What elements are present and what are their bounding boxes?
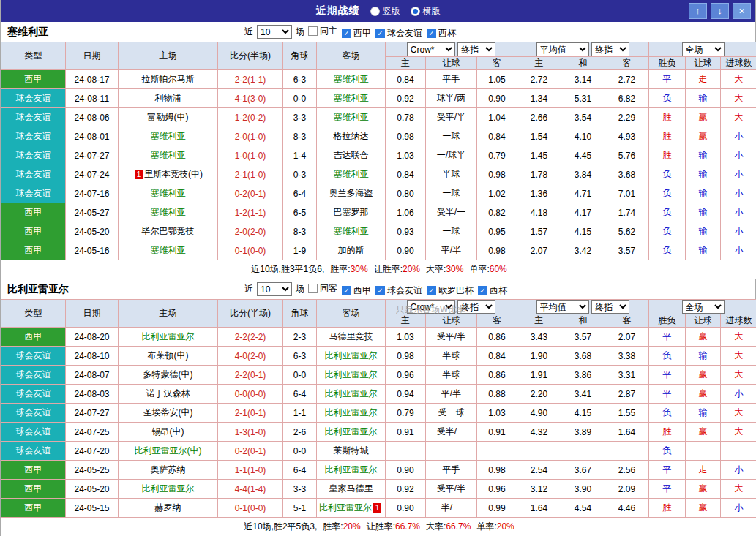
away-team-cell: 格拉纳达	[317, 127, 386, 146]
asian-final-select[interactable]: 终指	[457, 42, 495, 56]
euro-away-odds-cell: 6.82	[605, 89, 649, 108]
col-euro-draw: 和	[561, 57, 605, 70]
corners-cell: 6-4	[283, 184, 317, 203]
checkbox-label: 球会友谊	[387, 27, 422, 39]
games-count-select[interactable]: 10	[257, 282, 292, 296]
asian-handicap-cell: 半球	[426, 366, 477, 385]
checkbox-checked-icon[interactable]: ✓	[427, 29, 436, 38]
filter-checkbox-西甲[interactable]: ✓西甲	[342, 284, 371, 297]
games-count-select[interactable]: 10	[257, 25, 292, 39]
euro-draw-odds-cell: 3.14	[561, 70, 605, 89]
asian-handicap-cell: 一球	[426, 184, 477, 203]
euro-odds-controls: 平均值 终指	[517, 300, 649, 314]
filter-checkbox-球会友谊[interactable]: ✓球会友谊	[375, 284, 422, 297]
checkbox-checked-icon[interactable]: ✓	[342, 29, 351, 38]
corners-cell: 6-4	[283, 461, 317, 480]
asian-handicap-cell: 半球	[426, 165, 477, 184]
filter-checkbox-同客[interactable]: 同客	[308, 282, 337, 295]
home-team-cell: 比利亚雷亚尔(中)	[119, 442, 218, 461]
radio-icon-selected[interactable]	[411, 7, 420, 16]
asian-home-odds-cell: 0.92	[386, 480, 426, 499]
summary-stat-value: 60%	[490, 264, 507, 274]
summary-prefix: 近10场,胜3平1负6,	[251, 264, 324, 274]
score-cell: 0-1(0-0)	[218, 241, 283, 260]
summary-stat-label: 大率:	[426, 264, 446, 274]
away-team-cell: 塞维利亚	[317, 70, 386, 89]
asian-home-odds-cell: 0.96	[386, 366, 426, 385]
asian-home-odds-cell: 0.78	[386, 108, 426, 127]
scroll-up-button[interactable]: ↑	[689, 3, 707, 19]
date-cell: 24-08-01	[66, 127, 119, 146]
euro-draw-odds-cell: 3.42	[561, 241, 605, 260]
scope-select[interactable]: 全场	[682, 300, 725, 314]
euro-away-odds-cell: 2.87	[605, 385, 649, 404]
match-row: 西甲24-08-20比利亚雷亚尔2-2(2-2)2-3马德里竞技1.03受平/半…	[1, 328, 756, 347]
euro-home-odds-cell: 1.54	[517, 127, 561, 146]
team-name-text: 塞维利亚	[151, 131, 186, 141]
euro-away-odds-cell: 5.76	[605, 146, 649, 165]
filter-checkbox-球会友谊[interactable]: ✓球会友谊	[375, 27, 422, 39]
euro-draw-odds-cell: 4.71	[561, 184, 605, 203]
checkbox-checked-icon[interactable]: ✓	[478, 286, 487, 295]
checkbox-checked-icon[interactable]: ✓	[375, 29, 385, 38]
corners-cell: 0-0	[283, 442, 317, 461]
result-cell: 负	[649, 203, 686, 222]
euro-final-select[interactable]: 终指	[591, 42, 629, 56]
section-header: 塞维利亚 近 10 场 同主✓西甲✓球会友谊✓西杯	[1, 22, 755, 42]
layout-radio-vertical[interactable]: 竖版	[370, 5, 400, 18]
asian-home-odds-cell: 1.03	[386, 328, 426, 347]
checkbox-checked-icon[interactable]: ✓	[427, 286, 436, 295]
filter-checkbox-西杯[interactable]: ✓西杯	[427, 27, 456, 39]
handicap-result-cell: 赢	[686, 499, 721, 518]
corners-cell: 1-4	[283, 146, 317, 165]
filter-checkbox-西杯[interactable]: ✓西杯	[478, 284, 507, 297]
team-name-text: 塞维利亚	[334, 226, 369, 236]
average-select[interactable]: 平均值	[536, 42, 589, 56]
filter-checkbox-同主[interactable]: 同主	[308, 25, 337, 37]
asian-final-select[interactable]: 终指	[457, 300, 495, 314]
match-row: 西甲24-05-20比利亚雷亚尔4-4(1-4)3-3皇家马德里0.92受平/半…	[1, 480, 756, 499]
close-button[interactable]: ×	[733, 3, 751, 19]
asian-handicap-cell: 一球	[426, 127, 477, 146]
checkbox-label: 欧罗巴杯	[438, 284, 474, 297]
team-name: 比利亚雷亚尔	[7, 283, 69, 296]
checkbox-checked-icon[interactable]: ✓	[342, 286, 351, 295]
date-cell: 24-05-20	[66, 222, 119, 241]
average-select[interactable]: 平均值	[536, 300, 589, 314]
checkbox-unchecked-icon[interactable]	[308, 284, 318, 293]
asian-handicap-cell: 平手	[426, 70, 477, 89]
summary-prefix: 近10场,胜2平5负3,	[244, 521, 317, 532]
goals-result-cell: 小	[721, 184, 756, 203]
home-team-cell: 利物浦	[119, 89, 218, 108]
col-away: 客场	[317, 42, 386, 70]
date-cell: 24-08-17	[66, 70, 119, 89]
asian-away-odds-cell: 0.84	[477, 347, 517, 366]
checkbox-checked-icon[interactable]: ✓	[375, 286, 385, 295]
scroll-down-button[interactable]: ↓	[711, 3, 729, 19]
league-cell: 西甲	[1, 328, 66, 347]
radio-icon[interactable]	[370, 7, 380, 16]
summary-stat-label: 单率:	[476, 521, 496, 532]
summary-text: 近10场,胜3平1负6,胜率:30%让胜率:20%大率:30%单率:60%	[1, 260, 756, 279]
filter-checkbox-欧罗巴杯[interactable]: ✓欧罗巴杯	[427, 284, 474, 297]
asian-home-odds-cell	[386, 442, 426, 461]
summary-stat-value: 20%	[403, 264, 420, 274]
euro-draw-odds-cell: 3.41	[561, 385, 605, 404]
match-row: 西甲24-05-27塞维利亚1-2(1-1)6-5巴塞罗那1.06受半/一0.8…	[1, 203, 756, 222]
score-cell: 2-1(0-1)	[218, 404, 283, 423]
asian-away-odds-cell: 0.91	[477, 423, 517, 442]
bookmaker-select[interactable]: Crow*	[407, 42, 455, 56]
score-cell: 2-1(1-0)	[218, 165, 283, 184]
scope-select[interactable]: 全场	[682, 42, 725, 56]
goals-result-cell: 大	[721, 366, 756, 385]
euro-final-select[interactable]: 终指	[591, 300, 629, 314]
euro-away-odds-cell: 3.38	[605, 347, 649, 366]
corners-cell: 8-3	[283, 127, 317, 146]
layout-radio-horizontal[interactable]: 横版	[411, 5, 441, 18]
bookmaker-select[interactable]: Crow*	[407, 300, 455, 314]
summary-stat-label: 大率:	[426, 521, 446, 532]
filter-checkbox-西甲[interactable]: ✓西甲	[342, 27, 371, 39]
checkbox-unchecked-icon[interactable]	[308, 26, 318, 36]
team-name-text: 塞维利亚	[151, 150, 186, 160]
filters-bar: 近 10 场 同主✓西甲✓球会友谊✓西杯	[244, 22, 460, 42]
